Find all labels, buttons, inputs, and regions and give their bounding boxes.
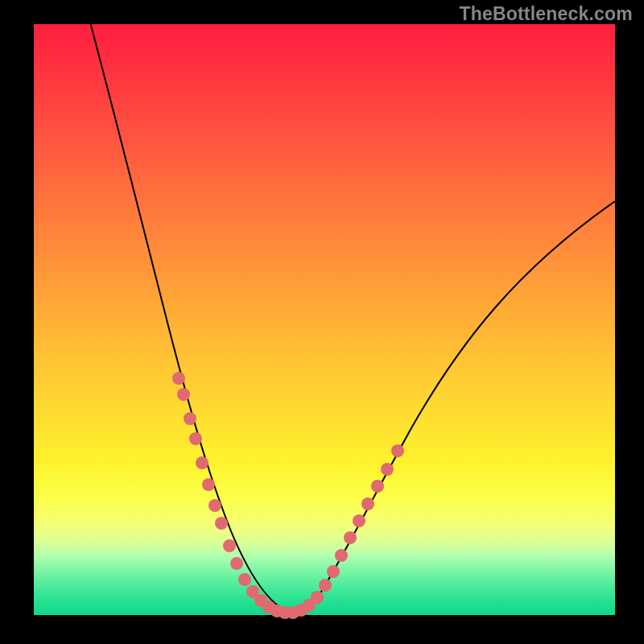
marker-dot — [208, 499, 221, 512]
marker-dot — [184, 412, 196, 425]
left-curve — [82, 0, 290, 613]
marker-dot — [172, 372, 185, 385]
marker-dot — [353, 514, 365, 527]
marker-dot — [335, 549, 348, 562]
marker-dot — [381, 463, 394, 476]
marker-dot — [319, 579, 332, 592]
marker-dot — [223, 539, 236, 552]
marker-dot — [215, 517, 228, 530]
marker-dot — [344, 531, 357, 544]
marker-dot — [202, 478, 215, 491]
marker-dot — [238, 573, 251, 586]
marker-dot — [177, 388, 190, 401]
marker-dot — [189, 432, 202, 445]
marker-dot — [196, 456, 208, 469]
marker-dot — [311, 591, 324, 604]
marker-dot — [230, 557, 243, 570]
marker-dot — [361, 497, 374, 510]
marker-dot — [391, 444, 404, 457]
curve-layer — [34, 24, 615, 615]
marker-dot — [371, 480, 384, 493]
outer-frame: TheBottleneck.com — [0, 0, 644, 644]
plot-area — [34, 24, 615, 615]
marker-dot — [327, 565, 340, 578]
watermark-text: TheBottleneck.com — [459, 3, 633, 25]
